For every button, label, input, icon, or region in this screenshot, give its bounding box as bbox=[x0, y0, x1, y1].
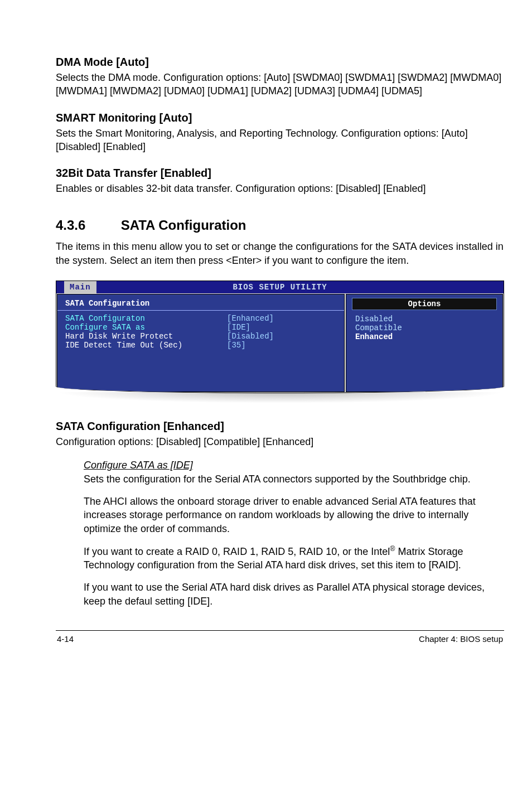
bios-row-val: [Disabled] bbox=[227, 332, 274, 341]
footer-divider bbox=[56, 630, 504, 631]
registered-icon: ® bbox=[390, 545, 395, 553]
bios-screenshot: Main BIOS SETUP UTILITY SATA Configurati… bbox=[56, 281, 504, 393]
configure-sata-ide-p1: Sets the configuration for the Serial AT… bbox=[84, 474, 471, 485]
section-heading: 4.3.6 SATA Configuration bbox=[56, 218, 504, 233]
bios-header-title: BIOS SETUP UTILITY bbox=[233, 283, 327, 292]
bios-right-panel: Options Disabled Compatible Enhanced bbox=[346, 294, 503, 392]
footer-chapter: Chapter 4: BIOS setup bbox=[419, 634, 503, 644]
sata-config-body: Configuration options: [Disabled] [Compa… bbox=[56, 435, 504, 448]
bios-row-val: [Enhanced] bbox=[227, 314, 274, 323]
bios-row-key: Configure SATA as bbox=[65, 323, 227, 332]
bios-row-val: [35] bbox=[227, 341, 246, 350]
configure-sata-ide-p4: If you want to use the Serial ATA hard d… bbox=[84, 581, 499, 608]
smart-monitoring-heading: SMART Monitoring [Auto] bbox=[56, 112, 504, 124]
bios-divider bbox=[57, 310, 344, 311]
configure-sata-ide-p3: If you want to create a RAID 0, RAID 1, … bbox=[84, 544, 499, 572]
indented-block: Configure SATA as [IDE] Sets the configu… bbox=[84, 458, 499, 608]
sata-config-heading: SATA Configuration [Enhanced] bbox=[56, 420, 504, 433]
bios-left-title: SATA Configuration bbox=[65, 298, 336, 308]
bios-header: Main BIOS SETUP UTILITY bbox=[56, 281, 504, 293]
page-footer: 4-14 Chapter 4: BIOS setup bbox=[56, 634, 504, 649]
bios-row-key: IDE Detect Time Out (Sec) bbox=[65, 341, 227, 350]
32bit-transfer-heading: 32Bit Data Transfer [Enabled] bbox=[56, 167, 504, 180]
section-number: 4.3.6 bbox=[56, 218, 117, 233]
dma-mode-heading: DMA Mode [Auto] bbox=[56, 56, 504, 69]
bios-row-key: SATA Configuraton bbox=[65, 314, 227, 323]
dma-mode-body: Selects the DMA mode. Configuration opti… bbox=[56, 71, 504, 98]
section-intro: The items in this menu allow you to set … bbox=[56, 240, 504, 267]
bios-option: Compatible bbox=[352, 323, 497, 332]
section-title-text: SATA Configuration bbox=[121, 218, 246, 233]
bios-left-panel: SATA Configuration SATA Configuraton[Enh… bbox=[57, 294, 345, 392]
bios-shadow bbox=[56, 392, 504, 403]
bios-options-label: Options bbox=[352, 298, 497, 310]
configure-sata-ide-p3a: If you want to create a RAID 0, RAID 1, … bbox=[84, 546, 390, 557]
configure-sata-ide-heading: Configure SATA as [IDE] bbox=[84, 460, 193, 471]
bios-tab-main: Main bbox=[64, 281, 96, 293]
32bit-transfer-body: Enables or disables 32-bit data transfer… bbox=[56, 182, 504, 195]
bios-row-val: [IDE] bbox=[227, 323, 250, 332]
bios-row-key: Hard Disk Write Protect bbox=[65, 332, 227, 341]
footer-page-number: 4-14 bbox=[57, 634, 74, 644]
bios-option-selected: Enhanced bbox=[352, 332, 497, 341]
smart-monitoring-body: Sets the Smart Monitoring, Analysis, and… bbox=[56, 127, 504, 154]
configure-sata-ide-p2: The AHCI allows the onboard storage driv… bbox=[84, 495, 499, 535]
bios-option: Disabled bbox=[352, 315, 497, 323]
